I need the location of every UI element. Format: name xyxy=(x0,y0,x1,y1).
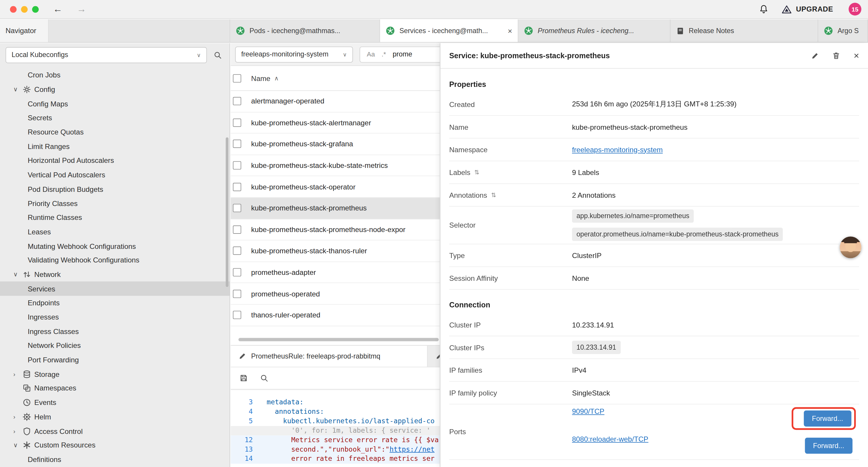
row-checkbox[interactable] xyxy=(233,268,241,276)
sidebar-item[interactable]: Network Policies xyxy=(0,339,229,353)
sidebar-item[interactable]: Ingresses xyxy=(0,310,229,324)
row-checkbox[interactable] xyxy=(233,183,241,191)
row-checkbox[interactable] xyxy=(233,247,241,255)
line-number: 14 xyxy=(231,454,253,464)
table-horizontal-scrollbar[interactable] xyxy=(239,338,439,341)
sidebar-item-label: Runtime Classes xyxy=(28,213,82,222)
row-checkbox[interactable] xyxy=(233,119,241,127)
section-title-connection: Connection xyxy=(449,301,859,309)
editor-tab[interactable]: Release Notes × xyxy=(670,20,818,42)
sidebar-item[interactable]: Definitions xyxy=(0,452,229,466)
sidebar-scrollbar[interactable] xyxy=(226,138,228,287)
property-value: None xyxy=(572,274,859,282)
sidebar-item[interactable]: ∨ Config xyxy=(0,83,229,97)
sidebar-item[interactable]: Namespaces xyxy=(0,381,229,396)
editor-tab[interactable]: Pods - icecheng@mathmas... × xyxy=(230,20,380,42)
sidebar-item[interactable]: Endpoints xyxy=(0,296,229,310)
sidebar-item[interactable]: Resource Quotas xyxy=(0,125,229,139)
upgrade-button[interactable]: UPGRADE xyxy=(782,5,833,13)
line-number: 13 xyxy=(231,445,253,454)
dock-tab-prometheusrule[interactable]: PrometheusRule: freeleaps-prod-rabbitmq xyxy=(231,346,428,367)
sort-toggle-icon[interactable]: ⇅ xyxy=(474,169,479,176)
sidebar-item[interactable]: Horizontal Pod Autoscalers xyxy=(0,153,229,168)
save-icon[interactable] xyxy=(240,374,248,382)
sidebar-item[interactable]: Port Forwarding xyxy=(0,353,229,367)
sidebar-item[interactable]: Limit Ranges xyxy=(0,139,229,153)
editor-tab[interactable]: Argo S × xyxy=(818,20,868,42)
sidebar-item[interactable]: Services xyxy=(0,282,229,296)
notifications-bell-icon[interactable] xyxy=(759,4,769,14)
forward-button[interactable]: Forward... xyxy=(804,411,851,427)
row-checkbox[interactable] xyxy=(233,311,241,319)
sidebar-item-label: Mutating Webhook Configurations xyxy=(28,242,136,250)
property-link[interactable]: freeleaps-monitoring-system xyxy=(572,145,663,154)
sidebar-item[interactable]: Pod Disruption Budgets xyxy=(0,182,229,196)
close-window-button[interactable] xyxy=(10,6,17,12)
namespace-filter[interactable]: freeleaps-monitoring-system ∨ xyxy=(235,47,353,62)
port-link[interactable]: 9090/TCP xyxy=(572,407,604,415)
maximize-window-button[interactable] xyxy=(32,6,39,12)
row-checkbox[interactable] xyxy=(233,290,241,298)
row-checkbox[interactable] xyxy=(233,97,241,106)
back-button[interactable]: ← xyxy=(53,4,63,14)
row-checkbox[interactable] xyxy=(233,140,241,148)
tab-close-icon[interactable]: × xyxy=(508,26,512,35)
delete-trash-icon[interactable] xyxy=(832,52,840,60)
sidebar-item[interactable]: Events xyxy=(0,396,229,410)
search-icon[interactable] xyxy=(260,374,268,382)
search-icon[interactable] xyxy=(214,51,222,59)
sidebar-item[interactable]: Config Maps xyxy=(0,97,229,111)
sidebar-item[interactable]: › Helm xyxy=(0,410,229,424)
property-value-cell: 10.233.14.91 xyxy=(572,341,859,354)
sidebar-item[interactable]: Runtime Classes xyxy=(0,210,229,225)
sidebar-item-icon xyxy=(23,370,34,378)
sidebar-item-icon xyxy=(23,413,34,421)
tab-label: Pods - icecheng@mathmas... xyxy=(249,27,340,35)
forward-button-wrap: Forward... xyxy=(805,438,852,454)
assistant-avatar[interactable] xyxy=(840,236,861,258)
sidebar-item[interactable]: ∨ Network xyxy=(0,267,229,282)
sidebar-item-label: Config Maps xyxy=(28,99,68,108)
close-icon[interactable]: × xyxy=(854,51,859,60)
edit-pencil-icon xyxy=(239,352,246,360)
sidebar-item[interactable]: Mutating Webhook Configurations xyxy=(0,239,229,253)
sidebar-item-label: Definitions xyxy=(28,455,61,463)
sidebar-item-icon xyxy=(23,384,34,392)
sidebar-item-icon xyxy=(23,441,34,449)
row-checkbox[interactable] xyxy=(233,204,241,212)
sidebar-item[interactable]: Priority Classes xyxy=(0,196,229,210)
editor-tab[interactable]: Services - icecheng@math... × xyxy=(380,20,518,42)
row-checkbox[interactable] xyxy=(233,226,241,234)
dock-tab-label: PrometheusRule: freeleaps-prod-rabbitmq xyxy=(251,352,380,360)
edit-pencil-icon[interactable] xyxy=(811,52,819,59)
sort-toggle-icon[interactable]: ⇅ xyxy=(491,192,496,199)
port-link[interactable]: 8080:reloader-web/TCP xyxy=(572,435,648,443)
regex-toggle[interactable]: .* xyxy=(381,51,386,58)
sidebar-item[interactable]: Leases xyxy=(0,225,229,239)
namespace-filter-value: freeleaps-monitoring-system xyxy=(241,51,328,58)
select-all-checkbox[interactable] xyxy=(233,74,241,82)
sidebar-item[interactable]: Validating Webhook Configurations xyxy=(0,253,229,267)
chevron-down-icon: ∨ xyxy=(197,52,201,58)
property-value-cell: 9 Labels xyxy=(572,168,859,176)
sidebar-item[interactable]: Vertical Pod Autoscalers xyxy=(0,168,229,182)
kubeconfig-selector[interactable]: Local Kubeconfigs ∨ xyxy=(6,47,207,63)
minimize-window-button[interactable] xyxy=(21,6,28,12)
sidebar-item-label: Priority Classes xyxy=(28,199,78,207)
notification-count-badge[interactable]: 15 xyxy=(848,3,861,16)
editor-tab[interactable]: Prometheus Rules - icecheng... × xyxy=(519,20,671,42)
sidebar-item[interactable]: Secrets xyxy=(0,111,229,125)
match-case-toggle[interactable]: Aa xyxy=(367,51,375,58)
sidebar-item[interactable]: › Access Control xyxy=(0,424,229,438)
forward-button[interactable]: Forward... xyxy=(805,438,852,454)
column-header-name[interactable]: Name ∧ xyxy=(251,74,279,82)
row-checkbox[interactable] xyxy=(233,162,241,170)
sidebar-item-label: Cron Jobs xyxy=(28,71,61,80)
navigator-panel-tab[interactable]: Navigator xyxy=(0,20,49,42)
sidebar-item[interactable]: ∨ Custom Resources xyxy=(0,438,229,452)
forward-button[interactable]: → xyxy=(77,4,86,14)
sidebar-item[interactable]: Ingress Classes xyxy=(0,324,229,339)
sidebar-item[interactable]: Cron Jobs xyxy=(0,68,229,83)
tab-label: Prometheus Rules - icecheng... xyxy=(538,27,634,35)
sidebar-item[interactable]: › Storage xyxy=(0,367,229,381)
